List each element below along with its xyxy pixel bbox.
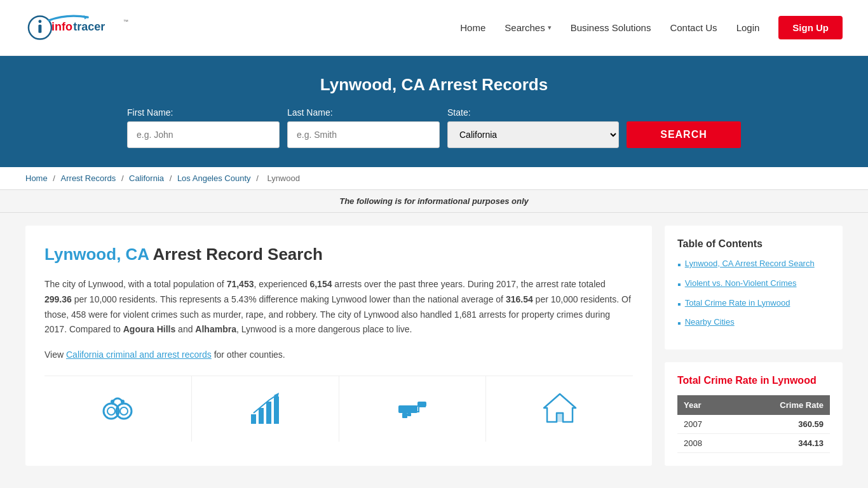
nav-contact-us[interactable]: Contact Us (670, 22, 717, 33)
first-name-group: First Name: (127, 107, 280, 148)
body-text-3: arrests over the past three years. Durin… (332, 279, 605, 289)
svg-point-13 (121, 400, 125, 403)
body-text-2: , experienced (254, 279, 309, 289)
right-sidebar: Table of Contents Lynwood, CA Arrest Rec… (665, 226, 843, 466)
svg-point-12 (111, 400, 114, 403)
nav-home[interactable]: Home (460, 22, 485, 33)
toc-title: Table of Contents (677, 238, 830, 250)
svg-point-10 (120, 407, 128, 415)
svg-rect-16 (266, 402, 271, 424)
first-name-input[interactable] (127, 121, 280, 148)
svg-rect-14 (251, 414, 256, 424)
toc-item: Lynwood, CA Arrest Record Search (677, 259, 830, 272)
info-bar: The following is for informational purpo… (0, 190, 868, 213)
breadcrumb-california[interactable]: California (129, 173, 164, 183)
body-text-7: , Lynwood is a more dangerous place to l… (236, 324, 412, 334)
logo-area: info tracer ™ (25, 9, 140, 47)
crime-rate-table: Year Crime Rate 2007360.592008344.13 (677, 395, 830, 453)
info-bar-text: The following is for informational purpo… (339, 196, 529, 206)
signup-button[interactable]: Sign Up (778, 16, 843, 39)
logo-icon: info tracer ™ (25, 9, 140, 47)
ca-records-link[interactable]: California criminal and arrest records (66, 349, 212, 360)
svg-rect-2 (38, 24, 41, 32)
toc-list: Lynwood, CA Arrest Record SearchViolent … (677, 259, 830, 330)
svg-text:info: info (51, 20, 72, 33)
breadcrumb: Home / Arrest Records / California / Los… (0, 167, 868, 190)
breadcrumb-sep-2: / (121, 173, 126, 183)
icon-cell-chart (192, 376, 339, 442)
breadcrumb-sep-4: / (256, 173, 261, 183)
breadcrumb-home[interactable]: Home (25, 173, 48, 183)
state-select[interactable]: AlabamaAlaskaArizonaArkansasCaliforniaCo… (447, 121, 619, 148)
toc-link[interactable]: Lynwood, CA Arrest Record Search (685, 259, 815, 268)
icons-row (44, 376, 633, 442)
svg-point-8 (107, 407, 115, 415)
crime-rate-box: Total Crime Rate in Lynwood Year Crime R… (665, 362, 843, 466)
breadcrumb-sep-1: / (53, 173, 57, 183)
crime-rate-row: 2008344.13 (677, 434, 830, 453)
icon-cell-handcuffs (44, 376, 192, 442)
section-heading-rest: Arrest Record Search (149, 245, 323, 264)
nav-login[interactable]: Login (736, 22, 760, 33)
col-rate-header: Crime Rate (731, 395, 830, 415)
main-content: Lynwood, CA Arrest Record Search The cit… (0, 213, 868, 478)
house-icon (541, 389, 579, 427)
toc-link[interactable]: Violent vs. Non-Violent Crimes (685, 278, 797, 288)
svg-rect-19 (398, 405, 417, 413)
crime-rate-cell: 344.13 (731, 434, 830, 453)
state-label: State: (447, 107, 619, 118)
toc-item: Nearby Cities (677, 317, 830, 330)
main-paragraph: The city of Lynwood, with a total popula… (44, 277, 633, 337)
city2: Alhambra (195, 324, 236, 334)
first-name-label: First Name: (127, 107, 280, 118)
nav-searches[interactable]: Searches ▾ (505, 22, 551, 33)
crime-rate-row: 2007360.59 (677, 415, 830, 434)
breadcrumb-arrest-records[interactable]: Arrest Records (61, 173, 116, 183)
toc-link[interactable]: Nearby Cities (685, 317, 735, 327)
crime-rate-tbody: 2007360.592008344.13 (677, 415, 830, 453)
breadcrumb-sep-3: / (170, 173, 174, 183)
crime-year-cell: 2008 (677, 434, 731, 453)
crime-rate-title: Total Crime Rate in Lynwood (677, 375, 830, 386)
nav-business-solutions[interactable]: Business Solutions (571, 22, 651, 33)
svg-rect-22 (407, 413, 411, 416)
svg-rect-24 (557, 413, 563, 422)
body-text-6: and (175, 324, 195, 334)
site-header: info tracer ™ Home Searches ▾ Business S… (0, 0, 868, 56)
hero-section: Lynwood, CA Arrest Records First Name: L… (0, 56, 868, 167)
left-content: Lynwood, CA Arrest Record Search The cit… (25, 226, 652, 466)
svg-point-1 (38, 20, 41, 23)
handcuffs-icon (98, 389, 137, 427)
arrests-value: 6,154 (309, 279, 332, 289)
view-records-paragraph: View California criminal and arrest reco… (44, 348, 633, 363)
chart-icon (246, 389, 284, 427)
svg-marker-3 (84, 15, 88, 19)
arrest-rate: 299.36 (44, 294, 72, 304)
for-text: for other counties. (212, 349, 285, 360)
breadcrumb-county[interactable]: Los Angeles County (177, 173, 251, 183)
last-name-input[interactable] (287, 121, 440, 148)
main-nav: Home Searches ▾ Business Solutions Conta… (460, 16, 843, 39)
crime-year-cell: 2007 (677, 415, 731, 434)
section-heading: Lynwood, CA Arrest Record Search (44, 245, 633, 264)
population-value: 71,453 (227, 279, 254, 289)
crime-rate-cell: 360.59 (731, 415, 830, 434)
svg-text:tracer: tracer (73, 20, 105, 33)
crime-table-header: Year Crime Rate (677, 395, 830, 415)
col-year-header: Year (677, 395, 731, 415)
search-button[interactable]: SEARCH (627, 121, 741, 148)
city-highlight: Lynwood, CA (44, 245, 149, 264)
icon-cell-gun (339, 376, 487, 442)
svg-rect-20 (417, 402, 426, 407)
svg-text:™: ™ (123, 19, 128, 25)
toc-item: Violent vs. Non-Violent Crimes (677, 278, 830, 292)
svg-rect-17 (274, 396, 279, 424)
toc-link[interactable]: Total Crime Rate in Lynwood (685, 298, 790, 308)
city1: Agoura Hills (123, 324, 175, 334)
national-avg: 316.54 (506, 294, 533, 304)
body-text-1: The city of Lynwood, with a total popula… (44, 279, 227, 289)
toc-item: Total Crime Rate in Lynwood (677, 298, 830, 311)
toc-box: Table of Contents Lynwood, CA Arrest Rec… (665, 226, 843, 349)
search-form: First Name: Last Name: State: AlabamaAla… (25, 107, 843, 148)
searches-chevron-icon: ▾ (548, 24, 552, 32)
